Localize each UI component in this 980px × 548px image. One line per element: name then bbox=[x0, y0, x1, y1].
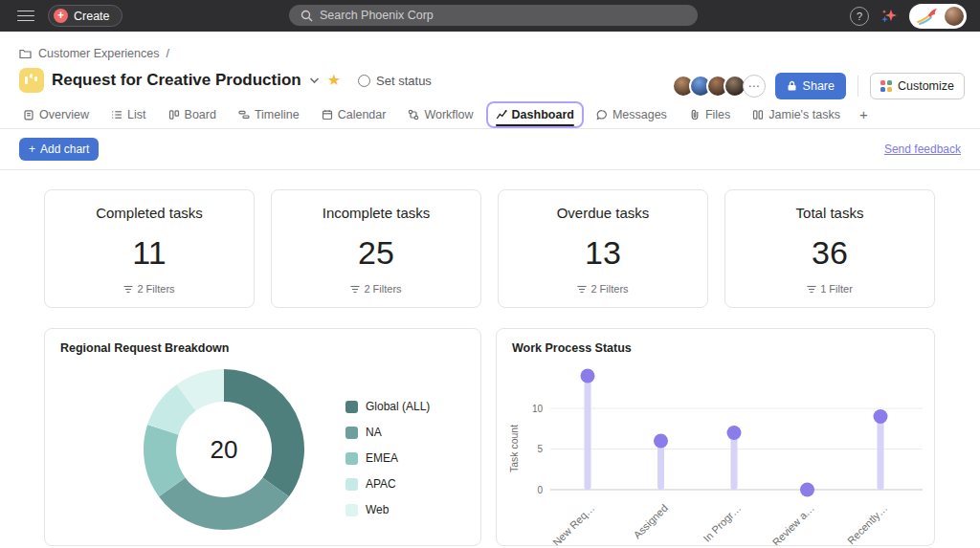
stat-card-filters[interactable]: 2 Filters bbox=[577, 283, 628, 295]
stat-card-completed[interactable]: Completed tasks 11 2 Filters bbox=[44, 189, 255, 308]
x-category-label: Recently… bbox=[845, 502, 890, 546]
project-icon[interactable] bbox=[19, 68, 44, 93]
stat-card-filters[interactable]: 1 Filter bbox=[807, 283, 853, 295]
donut-slice[interactable] bbox=[224, 369, 304, 496]
send-feedback-link[interactable]: Send feedback bbox=[884, 142, 961, 156]
legend-item[interactable]: Web bbox=[345, 503, 430, 516]
donut-chart-card[interactable]: Regional Request Breakdown 20 Global (AL… bbox=[44, 328, 481, 546]
timeline-icon bbox=[238, 109, 250, 121]
tab-label: Workflow bbox=[424, 108, 473, 121]
tab-timeline[interactable]: Timeline bbox=[229, 101, 309, 128]
search-input[interactable]: Search Phoenix Corp bbox=[289, 5, 698, 26]
tab-files[interactable]: Files bbox=[679, 101, 740, 128]
tab-workflow[interactable]: Workflow bbox=[398, 101, 482, 128]
add-tab-button[interactable]: + bbox=[853, 101, 875, 127]
tab-jamies-tasks[interactable]: Jamie's tasks bbox=[743, 101, 850, 128]
tab-dashboard[interactable]: Dashboard bbox=[486, 101, 584, 128]
tab-overview[interactable]: Overview bbox=[13, 101, 99, 128]
lollipop-stem[interactable] bbox=[731, 433, 738, 491]
help-button[interactable]: ? bbox=[850, 7, 869, 26]
phoenix-logo-icon bbox=[915, 7, 940, 26]
question-mark-icon: ? bbox=[857, 11, 862, 22]
tab-label: Jamie's tasks bbox=[768, 108, 840, 121]
y-axis-label: Task count bbox=[508, 425, 520, 472]
folder-icon bbox=[19, 48, 32, 59]
legend-label: NA bbox=[366, 426, 382, 439]
lollipop-stem[interactable] bbox=[878, 417, 884, 491]
customize-button[interactable]: Customize bbox=[870, 73, 965, 99]
chevron-down-icon[interactable] bbox=[309, 77, 320, 84]
workspace-user-pill[interactable] bbox=[909, 4, 967, 29]
stat-card-title: Total tasks bbox=[796, 205, 864, 221]
stat-card-total[interactable]: Total tasks 36 1 Filter bbox=[724, 189, 935, 308]
lollipop-dot[interactable] bbox=[581, 369, 595, 384]
legend-item[interactable]: Global (ALL) bbox=[345, 400, 430, 413]
board-icon bbox=[168, 109, 180, 121]
favorite-star-icon[interactable]: ★ bbox=[327, 73, 341, 88]
add-chart-button[interactable]: + Add chart bbox=[19, 138, 99, 161]
lollipop-stem[interactable] bbox=[657, 441, 664, 490]
tab-list[interactable]: List bbox=[101, 101, 155, 128]
tab-label: Overview bbox=[39, 108, 89, 121]
sidebar-toggle-hamburger-icon[interactable] bbox=[17, 11, 34, 22]
ai-sparkle-icon[interactable] bbox=[880, 8, 898, 25]
stat-card-filters[interactable]: 2 Filters bbox=[123, 283, 174, 295]
lollipop-chart-card[interactable]: Work Process Status 0510Task countNew Re… bbox=[496, 328, 935, 546]
set-status-label: Set status bbox=[376, 74, 432, 88]
tab-messages[interactable]: Messages bbox=[587, 101, 677, 128]
lollipop-chart[interactable]: 0510Task countNew Req…AssignedIn Progr…R… bbox=[497, 329, 935, 546]
avatar-overflow-button[interactable]: ⋯ bbox=[743, 75, 766, 98]
create-button-label: Create bbox=[74, 10, 110, 23]
stat-card-overdue[interactable]: Overdue tasks 13 2 Filters bbox=[498, 189, 708, 308]
share-button[interactable]: Share bbox=[775, 73, 846, 99]
stat-card-incomplete[interactable]: Incomplete tasks 25 2 Filters bbox=[271, 189, 481, 308]
tab-label: Files bbox=[705, 108, 730, 121]
dashboard-toolbar: + Add chart Send feedback bbox=[0, 129, 980, 170]
page-title: Request for Creative Production bbox=[52, 71, 301, 90]
page-header: Customer Experiences / ⋯ Share bbox=[0, 32, 980, 129]
create-button[interactable]: + Create bbox=[48, 5, 122, 27]
legend-item[interactable]: EMEA bbox=[345, 451, 430, 465]
customize-grid-icon bbox=[880, 80, 892, 92]
lollipop-stem[interactable] bbox=[585, 376, 591, 490]
stat-card-value: 11 bbox=[132, 236, 166, 269]
legend-label: APAC bbox=[366, 477, 396, 491]
lollipop-dot[interactable] bbox=[727, 426, 742, 440]
search-placeholder: Search Phoenix Corp bbox=[320, 9, 434, 22]
plus-icon: + bbox=[29, 142, 35, 156]
breadcrumb-separator: / bbox=[166, 47, 168, 60]
lollipop-dot[interactable] bbox=[654, 434, 668, 449]
member-avatars[interactable]: ⋯ bbox=[672, 75, 766, 98]
stat-card-title: Incomplete tasks bbox=[323, 205, 431, 221]
set-status-button[interactable]: Set status bbox=[358, 74, 432, 88]
clipboard-icon bbox=[23, 109, 34, 121]
stat-card-title: Completed tasks bbox=[96, 205, 203, 221]
x-category-label: New Req… bbox=[550, 502, 596, 546]
stat-card-title: Overdue tasks bbox=[557, 205, 650, 221]
tab-calendar[interactable]: Calendar bbox=[312, 101, 396, 128]
legend-item[interactable]: NA bbox=[345, 426, 430, 439]
lollipop-dot[interactable] bbox=[874, 409, 888, 424]
stat-card-filters[interactable]: 2 Filters bbox=[350, 283, 401, 295]
breadcrumb: Customer Experiences / bbox=[0, 45, 980, 62]
paperclip-icon bbox=[689, 109, 701, 121]
legend-label: Global (ALL) bbox=[366, 400, 430, 413]
legend-label: Web bbox=[366, 503, 389, 516]
filters-label: 2 Filters bbox=[590, 283, 628, 295]
legend-item[interactable]: APAC bbox=[345, 477, 430, 491]
lollipop-dot[interactable] bbox=[800, 483, 814, 497]
legend-swatch bbox=[345, 478, 358, 491]
customize-button-label: Customize bbox=[898, 79, 954, 93]
filter-icon bbox=[577, 285, 587, 294]
chat-bubble-icon bbox=[596, 109, 608, 121]
filter-icon bbox=[350, 285, 360, 294]
filters-label: 2 Filters bbox=[137, 283, 174, 295]
chart-legend: Global (ALL)NAEMEAAPACWeb bbox=[345, 400, 430, 516]
tab-label: Calendar bbox=[338, 108, 387, 121]
workflow-icon bbox=[408, 109, 419, 121]
tab-board[interactable]: Board bbox=[159, 101, 226, 128]
donut-slice[interactable] bbox=[159, 477, 289, 530]
breadcrumb-link[interactable]: Customer Experiences bbox=[38, 47, 159, 60]
status-circle-icon bbox=[358, 75, 370, 87]
x-category-label: Assigned bbox=[631, 502, 669, 540]
